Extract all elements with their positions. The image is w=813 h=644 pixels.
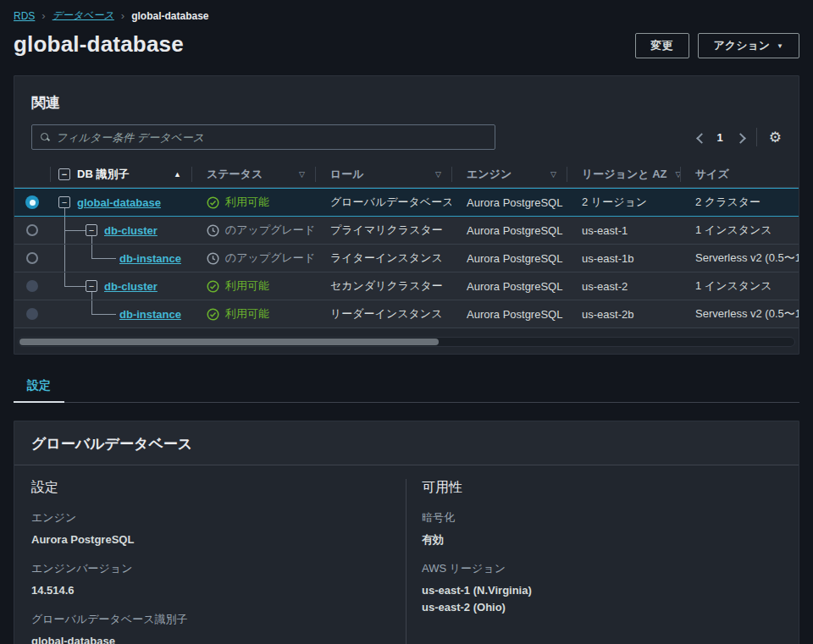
encryption-field: 暗号化 有効: [422, 510, 782, 548]
column-header-size[interactable]: サイズ: [680, 162, 799, 187]
pagination-page-number[interactable]: 1: [717, 131, 723, 144]
column-header-region-az[interactable]: リージョンと AZ ▽: [567, 162, 680, 187]
tree-connector: [91, 236, 92, 244]
tab-bar-rule: [14, 402, 799, 403]
tree-connector: [64, 286, 86, 287]
status-cell: のアップグレード: [191, 250, 315, 266]
actions-button-label: アクション: [714, 38, 771, 53]
db-identifier-link[interactable]: db-cluster: [104, 280, 158, 293]
engine-cell: Aurora PostgreSQL: [451, 224, 567, 237]
role-cell: ライターインスタンス: [315, 250, 451, 266]
db-identifier-link[interactable]: db-cluster: [104, 224, 158, 237]
status-cell: のアップグレード: [191, 223, 315, 238]
tree-connector: [91, 300, 92, 315]
row-radio-disabled: [26, 308, 38, 320]
breadcrumb: RDS › データベース › global-database: [14, 0, 799, 23]
related-panel-title: 関連: [14, 90, 799, 124]
engine-cell: Aurora PostgreSQL: [451, 196, 567, 209]
region-cell: us-east-2b: [567, 308, 680, 321]
row-radio[interactable]: [26, 224, 38, 236]
tree-connector: [91, 292, 92, 300]
global-database-panel-title: グローバルデータベース: [31, 436, 192, 452]
search-icon: [41, 133, 49, 141]
table-row-db-cluster-secondary[interactable]: − db-cluster 利用可能 セカンダリクラスター Aurora Post…: [14, 272, 799, 300]
row-radio[interactable]: [26, 252, 38, 264]
horizontal-scrollbar: [18, 337, 795, 347]
active-tab-underline: [14, 401, 64, 403]
filter-column-icon[interactable]: ▽: [299, 170, 305, 179]
table-row-db-instance-reader[interactable]: db-instance 利用可能 リーダーインスタンス Aurora Postg…: [14, 300, 799, 328]
pagination-next-icon[interactable]: [737, 134, 744, 141]
filter-column-icon[interactable]: ▽: [435, 170, 441, 179]
tree-connector: [91, 258, 116, 259]
engine-cell: Aurora PostgreSQL: [451, 280, 567, 293]
role-cell: リーダーインスタンス: [315, 306, 451, 322]
size-cell: 1 インスタンス: [680, 278, 799, 294]
role-cell: プライマリクラスター: [315, 223, 451, 238]
role-cell: セカンダリクラスター: [315, 278, 451, 294]
row-expand-toggle[interactable]: −: [58, 196, 70, 208]
row-radio-selected[interactable]: [25, 195, 39, 209]
modify-button[interactable]: 変更: [635, 33, 689, 58]
table-header-row: − DB 識別子 ▲ ステータス ▽ ロール ▽ エンジン ▽ リージョ: [14, 162, 799, 188]
db-identifier-link[interactable]: db-instance: [119, 252, 181, 265]
size-cell: Serverless v2 (0.5〜1: [680, 306, 799, 322]
db-identifier-link[interactable]: db-instance: [119, 308, 181, 321]
settings-heading: 設定: [31, 479, 385, 497]
tree-connector: [91, 314, 116, 315]
status-available-icon: [207, 196, 219, 209]
collapse-all-checkbox[interactable]: −: [58, 168, 70, 180]
table-row-global-database[interactable]: − global-database 利用可能 グローバルデータベース Auror…: [14, 188, 799, 217]
column-header-status[interactable]: ステータス ▽: [191, 162, 315, 187]
gear-icon[interactable]: ⚙: [769, 130, 782, 145]
filter-box: [31, 124, 495, 150]
table-row-db-cluster-primary[interactable]: − db-cluster のアップグレード プライマリクラスター Aurora …: [14, 217, 799, 245]
column-header-role[interactable]: ロール ▽: [315, 162, 451, 187]
engine-field: エンジン Aurora PostgreSQL: [31, 510, 385, 548]
header-buttons: 変更 アクション ▼: [635, 33, 799, 58]
table-row-db-instance-writer[interactable]: db-instance のアップグレード ライターインスタンス Aurora P…: [14, 245, 799, 272]
filter-column-icon[interactable]: ▽: [550, 170, 556, 179]
row-expand-toggle[interactable]: −: [86, 280, 97, 292]
page-header: global-database 変更 アクション ▼: [14, 31, 799, 58]
status-pending-clock-icon: [207, 224, 219, 237]
column-header-db-identifier[interactable]: − DB 識別子 ▲: [50, 162, 191, 187]
table-toolbar: 1 ⚙: [14, 124, 799, 162]
row-radio-disabled: [26, 280, 38, 292]
availability-heading: 可用性: [422, 479, 782, 497]
engine-cell: Aurora PostgreSQL: [451, 308, 567, 321]
row-expand-toggle[interactable]: −: [86, 224, 97, 236]
db-identifier-link[interactable]: global-database: [77, 196, 161, 209]
filter-input[interactable]: [56, 131, 495, 144]
tab-bar: 設定: [14, 378, 799, 403]
status-cell: 利用可能: [191, 306, 315, 322]
size-cell: 2 クラスター: [680, 195, 799, 210]
header-select-cell: [14, 162, 50, 187]
pagination-prev-icon[interactable]: [696, 134, 704, 141]
global-database-panel-header: グローバルデータベース: [14, 421, 799, 465]
tree-connector: [64, 230, 86, 231]
toolbar-divider: [756, 128, 757, 146]
role-cell: グローバルデータベース: [315, 195, 451, 210]
status-cell: 利用可能: [191, 195, 315, 210]
tree-connector: [64, 272, 65, 287]
tab-settings[interactable]: 設定: [14, 378, 64, 402]
breadcrumb-link-rds[interactable]: RDS: [14, 10, 35, 22]
tree-connector: [64, 208, 65, 216]
region-cell: us-east-1b: [567, 252, 680, 265]
tree-connector: [64, 245, 65, 272]
rds-console-page: RDS › データベース › global-database global-da…: [0, 0, 813, 644]
actions-button[interactable]: アクション ▼: [698, 33, 799, 58]
breadcrumb-link-databases[interactable]: データベース: [53, 8, 114, 23]
column-header-engine[interactable]: エンジン ▽: [451, 162, 567, 187]
availability-column: 可用性 暗号化 有効 AWS リージョン us-east-1 (N.Virgin…: [406, 479, 782, 644]
toolbar-right: 1 ⚙: [696, 128, 782, 146]
pagination: 1: [696, 131, 744, 144]
global-database-panel: グローバルデータベース 設定 エンジン Aurora PostgreSQL エン…: [14, 421, 799, 644]
breadcrumb-separator: ›: [41, 9, 45, 22]
breadcrumb-current: global-database: [131, 10, 208, 22]
horizontal-scrollbar-thumb[interactable]: [19, 339, 439, 345]
page-title: global-database: [14, 31, 184, 58]
status-available-icon: [207, 308, 219, 321]
region-cell: us-east-1: [567, 224, 680, 237]
